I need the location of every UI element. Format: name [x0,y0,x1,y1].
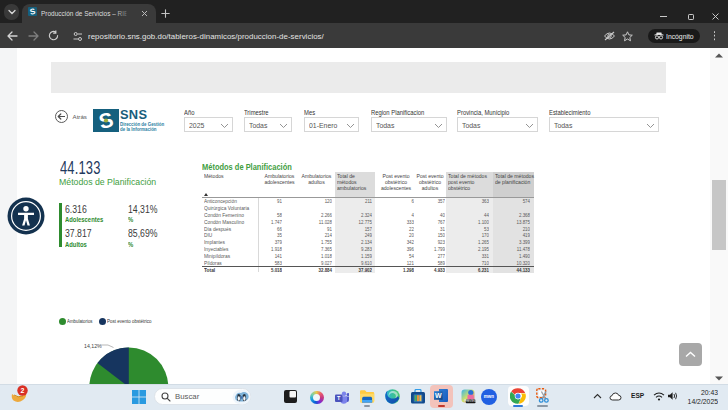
svg-text:2: 2 [21,387,25,394]
svg-text:PREVIEW: PREVIEW [465,399,476,403]
svg-text:W: W [435,392,442,399]
svg-text:S: S [29,7,37,16]
